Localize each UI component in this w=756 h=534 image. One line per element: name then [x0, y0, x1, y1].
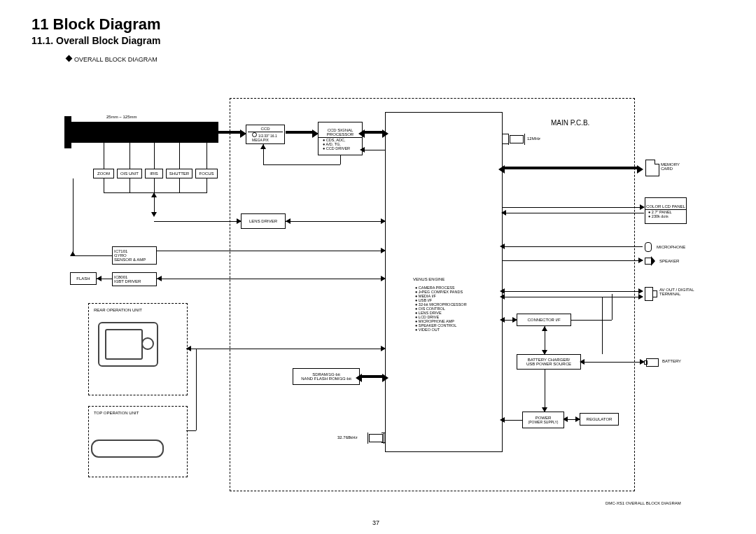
- power-block: POWER (POWER SUPPLY): [522, 412, 564, 428]
- ccd-sig-label: CCD SIGNAL PROCESSOR: [318, 127, 362, 138]
- arrow-down-icon: [542, 407, 547, 412]
- arrow-right-icon: [512, 317, 517, 323]
- sdram-nand-block: SDRAM/1G-bit NAND FLASH ROM/1G-bit: [293, 368, 360, 385]
- arrow-left-icon: [501, 210, 506, 216]
- top-op-unit-label: TOP OPERATION UNIT: [94, 411, 139, 415]
- lens-body-drawing: [70, 122, 218, 143]
- arrow-right-icon: [638, 294, 643, 300]
- arrow-left-icon: [500, 417, 505, 423]
- arrow-up-icon: [542, 326, 547, 331]
- arrow-right-icon: [638, 258, 643, 263]
- arrow-right-icon: [640, 204, 645, 210]
- lens-unit-ois: OIS UNIT: [117, 169, 142, 178]
- arrow-up-icon: [260, 144, 266, 149]
- memory-card-label: MEMORY CARD: [661, 162, 689, 171]
- arrow-left-icon: [500, 294, 505, 300]
- venus-item: VIDEO OUT: [415, 328, 467, 332]
- battery-icon: [646, 358, 659, 367]
- igbt-driver-block: IC8001 IGBT DRIVER: [112, 272, 157, 286]
- connector-icon: [645, 287, 653, 301]
- speaker-label: SPEAKER: [659, 259, 679, 263]
- arrow-right-icon: [637, 165, 643, 174]
- lens-unit-focus: FOCUS: [195, 169, 218, 178]
- arrow-left-icon: [563, 416, 568, 422]
- arrow-right-icon: [237, 218, 241, 224]
- venus-engine-block: [385, 112, 503, 452]
- lens-driver-block: LENS DRIVER: [241, 213, 286, 229]
- lcd-block: COLOR LCD PANEL 2.7" PANEL 230k dots: [645, 197, 687, 224]
- arrow-left-icon: [500, 288, 505, 294]
- lens-unit-iris: IRIS: [145, 169, 163, 178]
- arrow-left-icon: [186, 346, 191, 351]
- diamond-icon: [66, 55, 73, 62]
- clock2-label: 32.768kHz: [337, 435, 358, 440]
- arrow-left-icon: [286, 218, 290, 224]
- gyro-sub: SENSOR & AMP: [114, 258, 146, 262]
- arrow-down-icon: [151, 212, 157, 217]
- arrow-left-icon: [500, 317, 505, 323]
- lens-range-label: 25mm ~ 125mm: [106, 115, 137, 119]
- camera-rear-drawing: [98, 322, 158, 367]
- arrow-left-icon: [358, 129, 365, 138]
- batt-chg-line2: USB POWER SOURCE: [526, 362, 571, 366]
- power-sub-label: (POWER SUPPLY): [528, 420, 559, 424]
- arrow-left-icon: [580, 359, 584, 365]
- lens-unit-zoom: ZOOM: [93, 169, 114, 178]
- arrow-left-icon: [498, 165, 505, 174]
- chapter-title: 11 Block Diagram: [31, 15, 161, 34]
- flash-block: FLASH: [70, 272, 97, 285]
- avout-label: AV OUT / DIGITAL TERMINAL: [659, 288, 701, 296]
- arrow-right-icon: [382, 374, 388, 382]
- main-pcb-label: MAIN P.C.B.: [551, 119, 589, 127]
- arrow-right-icon: [575, 416, 580, 422]
- camera-top-drawing: [91, 440, 164, 458]
- lcd-label: COLOR LCD PANEL: [645, 204, 686, 210]
- arrow-right-icon: [382, 129, 388, 138]
- diagram-subheader: OVERALL BLOCK DIAGRAM: [66, 56, 158, 63]
- clock1-label: 12MHz: [527, 136, 540, 141]
- regulator-block: REGULATOR: [580, 413, 619, 426]
- ccd-signal-processor-block: CCD SIGNAL PROCESSOR CDS, ADC, A/D, TG, …: [318, 122, 363, 155]
- page-number: 37: [372, 519, 379, 526]
- ccd-label: CCD: [248, 126, 283, 132]
- crystal-icon: [369, 434, 383, 442]
- microphone-icon: [645, 242, 652, 252]
- lens-unit-shutter: SHUTTER: [166, 169, 192, 178]
- memory-card-icon: [645, 160, 659, 176]
- arrow-left-icon: [97, 276, 102, 281]
- battery-charger-block: BATTERY CHARGER/ USB POWER SOURCE: [517, 354, 581, 370]
- arrow-right-icon: [638, 288, 643, 294]
- connector-if-block: CONNECTOR I/F: [517, 314, 571, 326]
- subheader-text: OVERALL BLOCK DIAGRAM: [74, 56, 158, 63]
- arrow-left-icon: [360, 147, 365, 153]
- lcd-item: 230k dots: [648, 214, 672, 218]
- arrow-down-icon: [542, 350, 547, 355]
- battery-label: BATTERY: [662, 359, 681, 363]
- sdram-line2: NAND FLASH ROM/1G-bit: [301, 377, 351, 381]
- gyro-block: IC7101 GYRO SENSOR & AMP: [112, 246, 157, 265]
- venus-engine-label: VENUS ENGINE: [413, 277, 444, 281]
- ccd-sig-item: CCD DRIVER: [323, 146, 350, 150]
- venus-engine-items: CAMERA PROCESS J•PEG COMP/EX PANDS MEDIA…: [415, 286, 467, 332]
- igbt-label: IGBT DRIVER: [114, 279, 141, 283]
- rear-op-unit-label: REAR OPERATION UNIT: [94, 308, 142, 312]
- ccd-block: CCD 1/2.33" 16.1 MEGA PIX: [246, 125, 285, 144]
- microphone-label: MICROPHONE: [657, 245, 685, 249]
- arrow-left-icon: [356, 374, 362, 382]
- arrow-up-icon: [151, 192, 157, 197]
- arrow-left-icon: [500, 244, 505, 249]
- speaker-icon: [645, 258, 652, 265]
- crystal-icon: [510, 135, 524, 143]
- arrow-left-icon: [157, 276, 162, 281]
- section-title: 11.1. Overall Block Diagram: [31, 35, 160, 46]
- footer-note: DMC-XS1 OVERALL BLOCK DIAGRAM: [606, 501, 681, 505]
- lcd-item: 2.7" PANEL: [648, 210, 672, 214]
